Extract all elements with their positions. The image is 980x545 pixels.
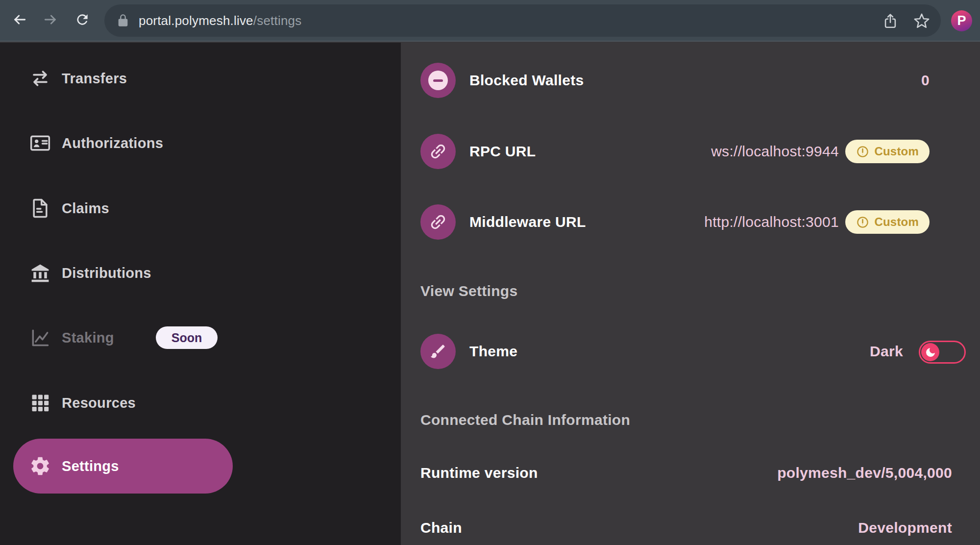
link-icon [420,134,456,169]
sidebar-item-distributions[interactable]: Distributions [13,250,233,296]
runtime-version-row: Runtime version polymesh_dev/5,004,000 [401,462,980,484]
custom-badge-label: Custom [874,145,919,158]
url-host: portal.polymesh.live [139,13,253,28]
rpc-url-row[interactable]: RPC URL ws://localhost:9944 Custom [401,134,980,169]
sidebar-item-label: Distributions [62,250,151,296]
star-icon [913,23,930,31]
middleware-url-row[interactable]: Middleware URL http://localhost:3001 Cus… [401,204,980,240]
row-label: Blocked Wallets [469,63,584,98]
staking-icon [29,327,51,348]
moon-icon [925,347,936,358]
forward-arrow-icon [43,12,58,29]
address-bar[interactable]: portal.polymesh.live/settings [104,4,941,37]
claims-icon [29,198,51,219]
share-button[interactable] [882,13,899,29]
custom-badge-label: Custom [874,215,919,229]
info-label: Runtime version [420,462,538,484]
profile-avatar[interactable]: P [951,10,972,31]
sidebar: Transfers Authorizations Claims Distribu… [0,43,401,545]
sidebar-item-label: Resources [62,380,136,425]
chain-info-heading: Connected Chain Information [420,412,630,428]
browser-toolbar: portal.polymesh.live/settings P [0,0,980,42]
lock-icon [116,14,130,27]
link-icon [420,204,456,240]
custom-badge: Custom [845,140,930,163]
middleware-url-value: http://localhost:3001 [704,204,839,240]
sidebar-item-staking[interactable]: Staking Soon [13,315,233,360]
url-text: portal.polymesh.live/settings [139,4,301,37]
custom-badge: Custom [845,210,930,234]
sidebar-item-settings[interactable]: Settings [13,439,233,494]
reload-button[interactable] [72,10,93,31]
sidebar-item-label: Authorizations [62,121,163,166]
bookmark-button[interactable] [913,13,930,29]
theme-toggle[interactable] [919,341,966,364]
url-path: /settings [253,13,302,28]
brush-icon [420,334,456,369]
warning-circle-icon [856,145,869,158]
info-label: Chain [420,517,462,539]
theme-value: Dark [870,334,903,369]
authorizations-icon [29,132,51,154]
view-settings-heading: View Settings [420,283,517,299]
row-label: Theme [469,334,517,369]
warning-circle-icon [856,216,869,229]
sidebar-item-label: Staking [62,315,114,360]
minus-circle-icon [420,63,456,98]
row-label: Middleware URL [469,204,586,240]
blocked-wallets-count: 0 [921,63,930,98]
runtime-version-value: polymesh_dev/5,004,000 [777,462,952,484]
forward-button[interactable] [40,10,61,31]
toggle-knob [921,343,939,361]
sidebar-item-label: Settings [62,439,119,494]
sidebar-item-label: Claims [62,186,109,231]
blocked-wallets-row[interactable]: Blocked Wallets 0 [401,63,980,98]
chain-row: Chain Development [401,517,980,539]
chain-value: Development [858,517,952,539]
soon-badge: Soon [156,326,218,349]
sidebar-item-transfers[interactable]: Transfers [13,56,233,101]
sidebar-item-label: Transfers [62,56,127,101]
sidebar-item-resources[interactable]: Resources [13,380,233,425]
resources-icon [29,392,51,414]
reload-icon [74,12,90,29]
sidebar-item-authorizations[interactable]: Authorizations [13,121,233,166]
settings-panel: Blocked Wallets 0 RPC URL ws://localhost… [401,43,980,545]
theme-row: Theme Dark [401,334,980,369]
share-icon [882,23,899,31]
transfers-icon [29,68,51,89]
rpc-url-value: ws://localhost:9944 [711,134,839,169]
distributions-icon [29,262,51,284]
sidebar-item-claims[interactable]: Claims [13,186,233,231]
back-arrow-icon [12,12,27,29]
row-label: RPC URL [469,134,536,169]
settings-gear-icon [29,455,51,477]
back-button[interactable] [9,10,30,31]
